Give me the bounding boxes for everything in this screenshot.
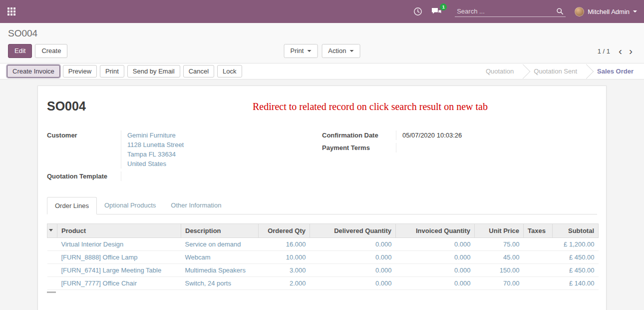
tab-optional-products[interactable]: Optional Products (97, 197, 163, 214)
invoiced-qty-cell: 0.000 (396, 238, 475, 251)
message-count-badge: 1 (440, 4, 447, 10)
confirmation-date-label: Confirmation Date (322, 130, 396, 140)
order-line-row[interactable]: [FURN_8888] Office Lamp Webcam 10.000 0.… (47, 251, 599, 264)
taxes-cell (524, 238, 553, 251)
description-cell[interactable]: Webcam (181, 251, 259, 264)
ordered-qty-cell: 3.000 (259, 264, 310, 277)
order-line-row[interactable]: [FURN_6741] Large Meeting Table Multimed… (47, 264, 599, 277)
product-cell[interactable]: Virtual Interior Design (57, 238, 181, 251)
col-header-unit-price[interactable]: Unit Price (475, 224, 524, 238)
order-lines-table: Product Description Ordered Qty Delivere… (47, 224, 599, 290)
action-menu-label: Action (328, 47, 346, 55)
print-button[interactable]: Print (100, 65, 124, 78)
col-header-product[interactable]: Product (57, 224, 181, 238)
customer-address-line: United States (127, 159, 322, 168)
taxes-cell (524, 264, 553, 277)
customer-address-line: Tampa FL 33634 (127, 150, 322, 159)
state-quotation-sent[interactable]: Quotation Sent (527, 64, 584, 79)
invoiced-qty-cell: 0.000 (396, 277, 475, 290)
search-input[interactable] (457, 8, 556, 15)
description-cell[interactable]: Multimedia Speakers (181, 264, 259, 277)
chevron-down-icon (633, 10, 637, 14)
top-navbar: 1 Mitchell Admin (0, 0, 644, 23)
ordered-qty-cell: 16.000 (259, 238, 310, 251)
action-menu-button[interactable]: Action (322, 44, 360, 58)
preview-button[interactable]: Preview (63, 65, 97, 78)
customer-label: Customer (47, 130, 121, 168)
delivered-qty-cell: 0.000 (310, 251, 396, 264)
table-horizontal-scrollbar[interactable] (47, 292, 56, 293)
print-menu-label: Print (291, 47, 304, 55)
chevron-down-icon (349, 50, 353, 54)
tab-order-lines[interactable]: Order Lines (47, 197, 97, 214)
apps-menu-icon[interactable] (7, 7, 16, 16)
product-cell[interactable]: [FURN_6741] Large Meeting Table (57, 264, 181, 277)
customer-link[interactable]: Gemini Furniture (127, 132, 176, 139)
notebook-tabs: Order Lines Optional Products Other Info… (47, 197, 597, 214)
pager-counter: 1 / 1 (598, 48, 610, 55)
apps-grid-squares (7, 8, 9, 10)
status-pipeline: Quotation Quotation Sent Sales Order (479, 64, 644, 79)
col-header-subtotal[interactable]: Subtotal (553, 224, 599, 238)
delivered-qty-cell: 0.000 (310, 277, 396, 290)
print-menu-button[interactable]: Print (284, 44, 318, 58)
state-quotation[interactable]: Quotation (479, 64, 520, 79)
col-header-description[interactable]: Description (181, 224, 259, 238)
messages-icon[interactable]: 1 (431, 8, 442, 16)
edit-button[interactable]: Edit (8, 44, 32, 58)
create-button[interactable]: Create (35, 44, 67, 58)
tab-other-information[interactable]: Other Information (163, 197, 229, 214)
navbar-search-box (455, 6, 566, 17)
sale-order-sheet: SO004 Redirect to related record on clic… (37, 86, 607, 310)
taxes-cell (524, 251, 553, 264)
cancel-button[interactable]: Cancel (183, 65, 214, 78)
form-view-area: SO004 Redirect to related record on clic… (0, 80, 644, 310)
col-header-ordered-qty[interactable]: Ordered Qty (259, 224, 310, 238)
control-panel: SO004 Edit Create Print Action 1 / 1 ‹ › (0, 23, 644, 63)
state-separator-chevron-icon (584, 64, 591, 79)
search-icon[interactable] (556, 8, 564, 15)
product-cell[interactable]: [FURN_8888] Office Lamp (57, 251, 181, 264)
payment-terms-value (396, 143, 597, 152)
confirmation-date-value: 05/07/2020 10:03:26 (396, 130, 597, 140)
order-line-row[interactable]: [FURN_7777] Office Chair Switch, 24 port… (47, 277, 599, 290)
subtotal-cell: £ 1,200.00 (553, 238, 599, 251)
pager-next-button[interactable]: › (626, 48, 636, 54)
delivered-qty-cell: 0.000 (310, 264, 396, 277)
unit-price-cell: 150.00 (475, 264, 524, 277)
send-by-email-button[interactable]: Send by Email (127, 65, 180, 78)
invoiced-qty-cell: 0.000 (396, 251, 475, 264)
customer-address-line: 1128 Lunetta Street (127, 140, 322, 150)
form-statusbar: Create Invoice Preview Print Send by Ema… (0, 63, 644, 80)
delivered-qty-cell: 0.000 (310, 238, 396, 251)
col-header-delivered-qty[interactable]: Delivered Quantity (310, 224, 396, 238)
create-invoice-button[interactable]: Create Invoice (7, 65, 60, 78)
taxes-cell (524, 277, 553, 290)
annotation-text: Redirect to related record on click sear… (253, 101, 488, 112)
quotation-template-value (121, 172, 322, 181)
description-cell[interactable]: Service on demand (181, 238, 259, 251)
column-toggle-caret-icon[interactable] (47, 224, 57, 238)
breadcrumb: SO004 (8, 28, 636, 39)
ordered-qty-cell: 2.000 (259, 277, 310, 290)
customer-value: Gemini Furniture 1128 Lunetta Street Tam… (121, 130, 322, 168)
pager-previous-button[interactable]: ‹ (615, 48, 626, 54)
description-cell[interactable]: Switch, 24 ports (181, 277, 259, 290)
product-cell[interactable]: [FURN_7777] Office Chair (57, 277, 181, 290)
activities-clock-icon[interactable] (413, 7, 422, 16)
state-sales-order[interactable]: Sales Order (591, 64, 640, 79)
payment-terms-label: Payment Terms (322, 143, 396, 152)
col-header-taxes[interactable]: Taxes (524, 224, 553, 238)
user-menu[interactable]: Mitchell Admin (575, 7, 637, 16)
subtotal-cell: £ 450.00 (553, 264, 599, 277)
order-line-row[interactable]: Virtual Interior Design Service on deman… (47, 238, 599, 251)
table-header-row: Product Description Ordered Qty Delivere… (47, 224, 599, 238)
lock-button[interactable]: Lock (217, 65, 242, 78)
col-header-invoiced-qty[interactable]: Invoiced Quantity (396, 224, 475, 238)
unit-price-cell: 45.00 (475, 251, 524, 264)
state-separator-chevron-icon (520, 64, 527, 79)
subtotal-cell: £ 450.00 (553, 251, 599, 264)
avatar (575, 7, 584, 16)
user-name: Mitchell Admin (588, 8, 630, 16)
subtotal-cell: £ 140.00 (553, 277, 599, 290)
